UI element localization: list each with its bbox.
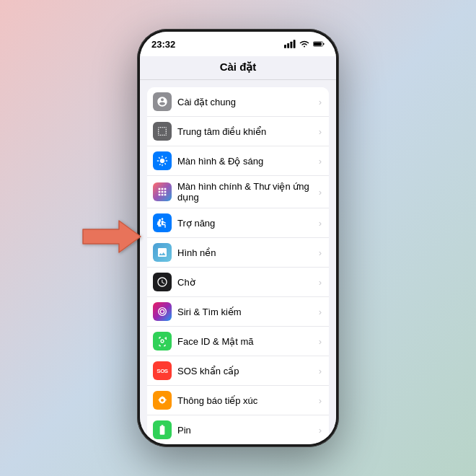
chevron-homescreen: › bbox=[319, 187, 322, 198]
svg-rect-7 bbox=[314, 42, 322, 45]
settings-item-exposure[interactable]: Thông báo tiếp xúc › bbox=[147, 386, 329, 415]
chevron-exposure: › bbox=[319, 395, 322, 406]
settings-icon-faceid bbox=[153, 332, 172, 351]
settings-icon-battery bbox=[153, 420, 172, 439]
chevron-sos: › bbox=[319, 366, 322, 376]
phone-screen: 23:32 bbox=[140, 32, 336, 444]
settings-icon-control bbox=[153, 122, 172, 141]
chevron-faceid: › bbox=[319, 336, 322, 347]
status-time: 23:32 bbox=[151, 39, 175, 50]
settings-label-display: Màn hình & Độ sáng bbox=[177, 156, 319, 167]
settings-label-sos: SOS khẩn cấp bbox=[177, 366, 319, 376]
settings-item-standby[interactable]: Chờ › bbox=[147, 268, 329, 297]
arrow-indicator bbox=[79, 215, 144, 261]
settings-icon-exposure bbox=[153, 391, 172, 410]
chevron-battery: › bbox=[319, 425, 322, 436]
content-area[interactable]: Cài đặt Cài đặt chung › bbox=[140, 56, 336, 444]
settings-label-accessibility: Trợ năng bbox=[177, 218, 319, 229]
settings-icon-sos: SOS bbox=[153, 361, 172, 380]
settings-item-wallpaper[interactable]: Hình nền › bbox=[147, 238, 329, 268]
settings-icon-homescreen bbox=[153, 182, 172, 201]
chevron-wallpaper: › bbox=[319, 247, 322, 258]
settings-label-siri: Siri & Tìm kiếm bbox=[177, 307, 319, 317]
signal-icon bbox=[284, 40, 296, 48]
settings-label-standby: Chờ bbox=[177, 277, 319, 288]
chevron-control: › bbox=[319, 126, 322, 137]
settings-label-control: Trung tâm điều khiển bbox=[177, 126, 319, 137]
svg-rect-3 bbox=[290, 42, 292, 48]
svg-rect-6 bbox=[323, 43, 324, 45]
page-title: Cài đặt bbox=[220, 61, 257, 73]
settings-item-homescreen[interactable]: Màn hình chính & Thư viện ứng dụng › bbox=[147, 176, 329, 208]
settings-icon-general bbox=[153, 92, 172, 111]
settings-item-siri[interactable]: Siri & Tìm kiếm › bbox=[147, 297, 329, 327]
svg-point-8 bbox=[162, 218, 164, 220]
svg-marker-0 bbox=[83, 221, 141, 252]
settings-label-wallpaper: Hình nền bbox=[177, 247, 319, 258]
wifi-icon bbox=[299, 40, 310, 48]
nav-header: Cài đặt bbox=[140, 56, 336, 80]
settings-label-faceid: Face ID & Mật mã bbox=[177, 336, 319, 347]
chevron-siri: › bbox=[319, 307, 322, 317]
status-icons bbox=[284, 40, 325, 48]
settings-item-battery[interactable]: Pin › bbox=[147, 415, 329, 444]
settings-label-homescreen: Màn hình chính & Thư viện ứng dụng bbox=[177, 181, 319, 203]
svg-rect-2 bbox=[287, 43, 289, 48]
chevron-accessibility: › bbox=[319, 218, 322, 229]
chevron-display: › bbox=[319, 156, 322, 167]
chevron-standby: › bbox=[319, 277, 322, 288]
settings-item-faceid[interactable]: Face ID & Mật mã › bbox=[147, 327, 329, 356]
settings-icon-siri bbox=[153, 302, 172, 321]
svg-rect-1 bbox=[284, 45, 286, 48]
status-bar: 23:32 bbox=[140, 32, 336, 56]
settings-group-main: Cài đặt chung › Trung tâm điều khiển › bbox=[147, 87, 329, 444]
settings-item-general[interactable]: Cài đặt chung › bbox=[147, 87, 329, 117]
settings-item-sos[interactable]: SOS SOS khẩn cấp › bbox=[147, 356, 329, 386]
battery-status-icon bbox=[313, 40, 325, 48]
settings-icon-standby bbox=[153, 273, 172, 291]
settings-label-battery: Pin bbox=[177, 425, 319, 436]
settings-label-exposure: Thông báo tiếp xúc bbox=[177, 395, 319, 406]
settings-item-display[interactable]: Màn hình & Độ sáng › bbox=[147, 146, 329, 176]
phone-frame: 23:32 bbox=[137, 29, 339, 447]
settings-item-accessibility[interactable]: Trợ năng › bbox=[147, 208, 329, 238]
settings-item-control[interactable]: Trung tâm điều khiển › bbox=[147, 117, 329, 146]
settings-label-general: Cài đặt chung bbox=[177, 97, 319, 107]
settings-icon-display bbox=[153, 151, 172, 170]
svg-rect-4 bbox=[294, 40, 296, 48]
chevron-general: › bbox=[319, 97, 322, 107]
settings-icon-accessibility bbox=[153, 213, 172, 232]
settings-icon-wallpaper bbox=[153, 243, 172, 262]
phone-wrapper: 23:32 bbox=[137, 29, 339, 447]
